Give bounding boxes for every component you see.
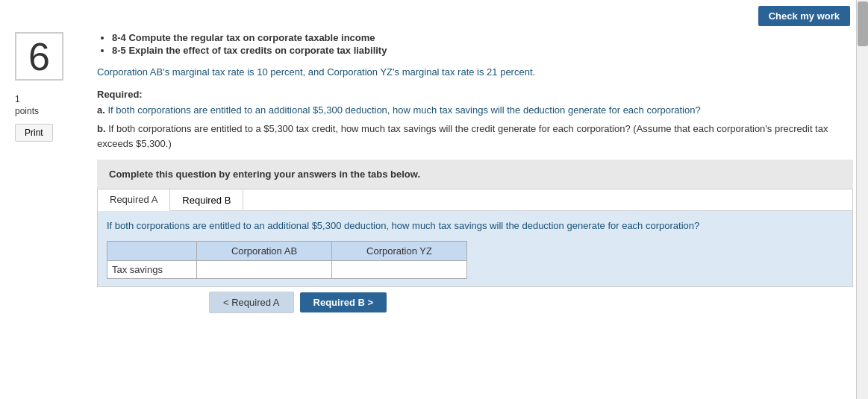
tabs-container: Required A Required B If both corporatio…	[97, 189, 853, 287]
question-number: 6	[15, 32, 63, 81]
tab-required-a[interactable]: Required A	[98, 189, 170, 211]
row-label-tax-savings: Tax savings	[107, 260, 197, 278]
corp-ab-input-cell	[197, 260, 332, 278]
table-row: Tax savings	[107, 260, 467, 278]
objectives: 8-4 Compute the regular tax on corporate…	[97, 32, 853, 56]
tab-required-b[interactable]: Required B	[170, 189, 243, 210]
required-b-text: If both corporations are entitled to a $…	[97, 123, 828, 149]
points-section: 1 points	[15, 94, 90, 116]
prev-button[interactable]: < Required A	[209, 292, 294, 313]
required-a-text: If both corporations are entitled to an …	[107, 104, 700, 116]
required-item-a: a. If both corporations are entitled to …	[97, 103, 853, 118]
check-my-work-button[interactable]: Check my work	[758, 6, 850, 26]
required-label: Required:	[97, 89, 853, 100]
print-button[interactable]: Print	[15, 124, 53, 142]
required-a-letter: a.	[97, 104, 107, 116]
tab-a-content: If both corporations are entitled to an …	[98, 211, 852, 286]
scrollbar-thumb[interactable]	[858, 1, 868, 46]
objective-2: 8-5 Explain the effect of tax credits on…	[112, 45, 853, 56]
complete-instruction: Complete this question by entering your …	[109, 169, 420, 180]
table-header-corp-ab: Corporation AB	[197, 241, 332, 260]
required-section: Required: a. If both corporations are en…	[97, 89, 853, 151]
corp-ab-input[interactable]	[199, 263, 330, 277]
answer-table: Corporation AB Corporation YZ Tax saving…	[107, 241, 467, 279]
tabs-header: Required A Required B	[98, 189, 852, 211]
points-label: points	[15, 106, 90, 116]
table-header-empty	[107, 241, 197, 260]
next-button[interactable]: Required B >	[300, 292, 387, 312]
table-header-corp-yz: Corporation YZ	[332, 241, 467, 260]
scrollbar[interactable]	[856, 0, 868, 399]
objective-1: 8-4 Compute the regular tax on corporate…	[112, 32, 853, 43]
required-item-b: b. If both corporations are entitled to …	[97, 122, 853, 151]
complete-box: Complete this question by entering your …	[97, 160, 853, 189]
required-b-letter: b.	[97, 123, 108, 134]
corp-yz-input-cell	[332, 260, 467, 278]
points-value: 1	[15, 94, 90, 104]
corp-yz-input[interactable]	[334, 263, 465, 277]
top-bar: Check my work	[0, 0, 868, 32]
main-layout: 6 1 points Print 8-4 Compute the regular…	[0, 32, 868, 318]
left-column: 6 1 points Print	[15, 32, 90, 318]
content-area: 8-4 Compute the regular tax on corporate…	[90, 32, 853, 318]
tab-a-question: If both corporations are entitled to an …	[107, 219, 843, 233]
intro-text: Corporation AB's marginal tax rate is 10…	[97, 65, 853, 80]
bottom-nav-area: < Required A Required B >	[97, 287, 853, 318]
